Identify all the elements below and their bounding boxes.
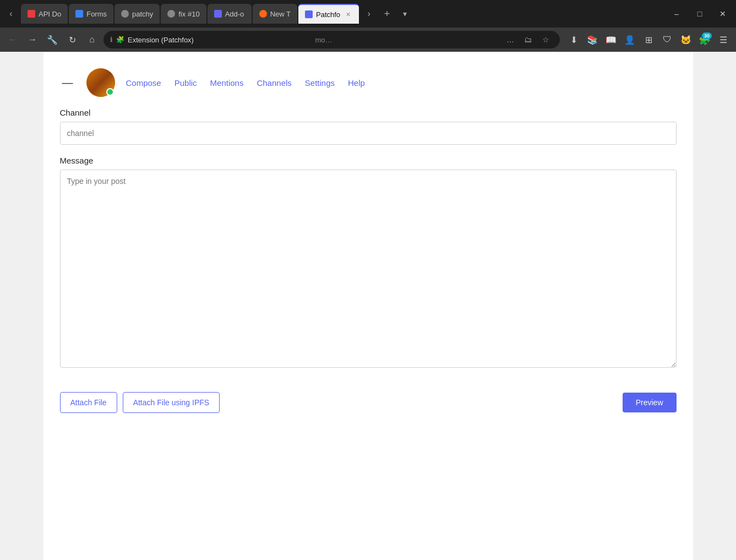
tab-forward-nav-btn[interactable]: › xyxy=(360,5,378,23)
reload-button[interactable]: ↻ xyxy=(64,31,80,48)
tab-favicon-fix10 xyxy=(167,10,175,18)
app-header: — Compose Public Mentions Channels Setti… xyxy=(60,63,677,108)
nav-mentions[interactable]: Mentions xyxy=(210,78,244,88)
minimize-button[interactable]: – xyxy=(666,6,688,22)
tab-addon[interactable]: Add-o xyxy=(208,4,252,24)
nav-channels[interactable]: Channels xyxy=(257,78,291,88)
home-button[interactable]: ⌂ xyxy=(84,31,100,48)
tab-list-chevron[interactable]: ▾ xyxy=(396,6,413,22)
back-button[interactable]: ← xyxy=(4,31,21,48)
address-actions: … 🗂 ☆ xyxy=(503,32,553,47)
profile-btn[interactable]: 👤 xyxy=(621,31,638,48)
cat-btn[interactable]: 🐱 xyxy=(678,31,694,48)
pocket-btn[interactable]: 🗂 xyxy=(520,32,536,47)
tab-favicon-addon xyxy=(214,10,222,18)
address-url: Extension (Patchfox) xyxy=(128,36,312,44)
toolbar-right: ⬇ 📚 📖 👤 ⊞ 🛡 🐱 🧩 30 ☰ xyxy=(565,31,732,48)
tab-fix10[interactable]: fix #10 xyxy=(161,4,206,24)
tab-forms[interactable]: Forms xyxy=(69,4,113,24)
nav-compose[interactable]: Compose xyxy=(126,78,161,88)
new-tab-button[interactable]: + xyxy=(379,6,395,22)
address-bar: ← → 🔧 ↻ ⌂ ℹ 🧩 Extension (Patchfox) mo… …… xyxy=(0,28,736,52)
shield-btn[interactable]: 🛡 xyxy=(659,31,675,48)
reader-btn[interactable]: 📖 xyxy=(603,31,619,48)
grid-btn[interactable]: ⊞ xyxy=(640,31,657,48)
download-btn[interactable]: ⬇ xyxy=(565,31,582,48)
extensions-badge: 30 xyxy=(702,32,712,39)
tab-favicon-patchfox xyxy=(305,10,313,18)
tab-title-api-doc: API Do xyxy=(39,10,61,18)
attach-buttons: Attach File Attach File using IPFS xyxy=(60,392,220,413)
tab-patchfox[interactable]: Patchfo ✕ xyxy=(298,4,359,24)
tab-title-addon: Add-o xyxy=(225,10,245,18)
browser-chrome: ‹ API Do Forms patchy fix #10 Add-o New … xyxy=(0,0,736,52)
tools-button[interactable]: 🔧 xyxy=(44,31,61,48)
page-content: — Compose Public Mentions Channels Setti… xyxy=(0,52,736,560)
tab-title-patchy: patchy xyxy=(132,10,153,18)
avatar-wrap xyxy=(86,68,115,97)
tab-back-btn[interactable]: ‹ xyxy=(2,5,20,23)
tab-title-forms: Forms xyxy=(86,10,107,18)
message-label: Message xyxy=(60,156,677,165)
bookmarks-btn[interactable]: 📚 xyxy=(584,31,601,48)
tab-patchy[interactable]: patchy xyxy=(115,4,160,24)
maximize-button[interactable]: □ xyxy=(689,6,711,22)
tab-favicon-api-doc xyxy=(28,10,35,18)
tab-title-new: New T xyxy=(270,10,291,18)
tab-favicon-forms xyxy=(75,10,83,18)
address-url-extra: mo… xyxy=(315,36,500,44)
security-icon: ℹ xyxy=(110,36,113,44)
attach-file-button[interactable]: Attach File xyxy=(60,392,117,413)
collapse-button[interactable]: — xyxy=(60,74,75,91)
bookmark-btn[interactable]: ☆ xyxy=(538,32,553,47)
channel-label: Channel xyxy=(60,108,677,117)
more-btn[interactable]: … xyxy=(503,32,518,47)
form-actions: Attach File Attach File using IPFS Previ… xyxy=(60,392,677,413)
tab-title-fix10: fix #10 xyxy=(178,10,199,18)
tab-api-doc[interactable]: API Do xyxy=(21,4,68,24)
preview-button[interactable]: Preview xyxy=(623,393,677,412)
close-button[interactable]: ✕ xyxy=(712,6,734,22)
tab-title-patchfox: Patchfo xyxy=(316,10,340,19)
extension-icon: 🧩 xyxy=(116,36,124,44)
address-input-wrap[interactable]: ℹ 🧩 Extension (Patchfox) mo… … 🗂 ☆ xyxy=(103,31,560,48)
message-textarea[interactable] xyxy=(60,170,677,368)
attach-ipfs-button[interactable]: Attach File using IPFS xyxy=(123,392,220,413)
tab-new[interactable]: New T xyxy=(253,4,297,24)
tab-favicon-new xyxy=(259,10,267,18)
tab-bar: ‹ API Do Forms patchy fix #10 Add-o New … xyxy=(0,0,736,28)
channel-input[interactable] xyxy=(60,122,677,145)
nav-public[interactable]: Public xyxy=(175,78,197,88)
extensions-btn[interactable]: 🧩 30 xyxy=(696,31,713,48)
tab-close-patchfox[interactable]: ✕ xyxy=(344,10,352,19)
app-container: — Compose Public Mentions Channels Setti… xyxy=(43,52,693,560)
menu-btn[interactable]: ☰ xyxy=(715,31,732,48)
window-controls: – □ ✕ xyxy=(666,6,734,22)
nav-links: Compose Public Mentions Channels Setting… xyxy=(126,78,365,88)
tab-favicon-patchy xyxy=(121,10,129,18)
forward-button[interactable]: → xyxy=(24,31,41,48)
online-indicator xyxy=(106,88,114,96)
nav-help[interactable]: Help xyxy=(348,78,365,88)
nav-settings[interactable]: Settings xyxy=(305,78,335,88)
compose-form: Channel Message xyxy=(60,108,677,381)
